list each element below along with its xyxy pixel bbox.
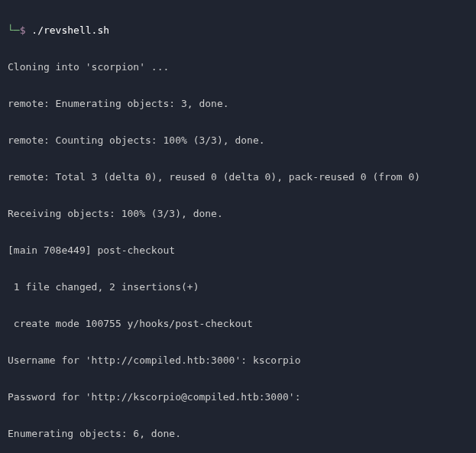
output-line: create mode 100755 y/hooks/post-checkout (8, 318, 476, 330)
terminal-window[interactable]: └─$ ./revshell.sh Cloning into 'scorpion… (0, 0, 476, 453)
output-line: remote: Enumerating objects: 3, done. (8, 98, 476, 110)
output-line: remote: Counting objects: 100% (3/3), do… (8, 134, 476, 147)
output-line: Receiving objects: 100% (3/3), done. (8, 208, 476, 220)
output-line: Cloning into 'scorpion' ... (8, 61, 476, 73)
prompt-line[interactable]: └─$ ./revshell.sh (8, 24, 476, 37)
output-line: Enumerating objects: 6, done. (8, 428, 476, 440)
command-text: ./revshell.sh (25, 24, 109, 36)
output-line: 1 file changed, 2 insertions(+) (8, 281, 476, 293)
output-line: Password for 'http://kscorpio@compiled.h… (8, 391, 476, 403)
output-line: Username for 'http://compiled.htb:3000':… (8, 354, 476, 367)
output-line: remote: Total 3 (delta 0), reused 0 (del… (8, 171, 476, 183)
prompt-arrow: └─ (8, 24, 20, 36)
output-line: [main 708e449] post-checkout (8, 244, 476, 257)
